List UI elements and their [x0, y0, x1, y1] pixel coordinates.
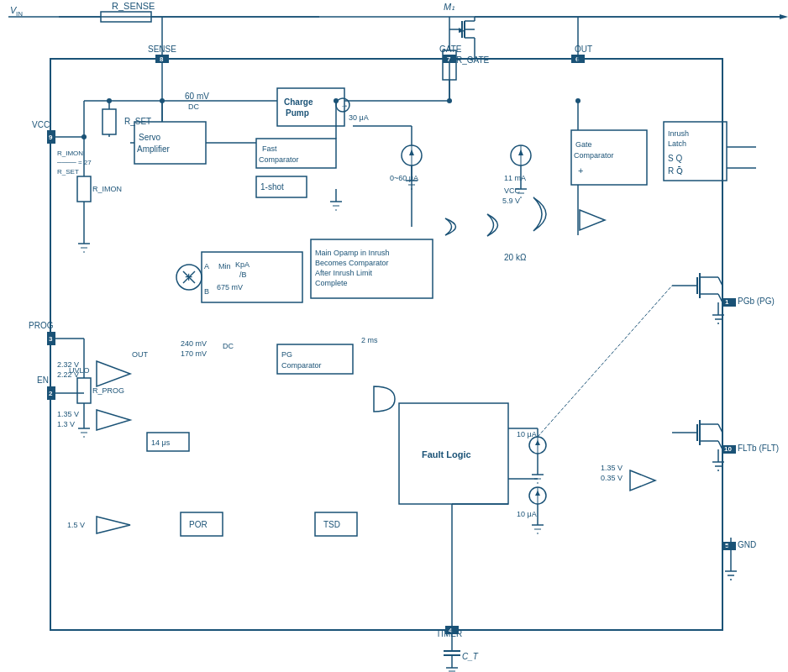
- pin10-label: 10: [724, 445, 732, 453]
- pin3-label: 3: [49, 335, 53, 343]
- svg-point-172: [160, 98, 165, 103]
- gate-label: GATE: [439, 45, 462, 54]
- servo-amp-label: Servo: [139, 133, 161, 142]
- oneshot-label: 1-shot: [260, 182, 284, 192]
- kpab-label: /B: [239, 270, 247, 279]
- pgb-label: PGb (PG): [738, 297, 775, 306]
- rimon-label: R_IMON: [92, 185, 122, 193]
- pin9-label: 9: [49, 134, 53, 141]
- ct-label: C_T: [462, 652, 479, 661]
- out-label: OUT: [575, 45, 592, 54]
- main-opamp-label4: Complete: [315, 279, 348, 287]
- svg-point-175: [334, 98, 339, 103]
- prog-label: PROG: [29, 321, 54, 330]
- pin1-label: 1: [725, 298, 729, 306]
- svg-text:IN: IN: [16, 10, 23, 18]
- circuit-diagram: V IN R_SENSE M₁ R_GATE SENSE 8 GATE 7 OU…: [0, 0, 788, 672]
- rgate-label: R_GATE: [456, 55, 490, 65]
- ms2-label: 2 ms: [361, 336, 378, 344]
- ua10-2-label: 10 μA: [517, 510, 537, 518]
- en-label: EN: [37, 375, 49, 385]
- v035-label: 0.35 V: [601, 474, 623, 482]
- vcc59-label2: 5.9 V: [502, 197, 520, 205]
- charge-pump-label: Charge: [284, 97, 313, 107]
- svg-text:+: +: [185, 270, 192, 284]
- v222-label: 2.22 V: [57, 370, 79, 379]
- fltb-label: FLTb (FLT): [738, 444, 779, 453]
- rprog-label: R_PROG: [92, 386, 124, 395]
- kw20-label: 20 kΩ: [504, 253, 527, 262]
- rimon-rset-label: R_IMON: [57, 150, 83, 157]
- fault-logic-label: Fault Logic: [422, 449, 471, 459]
- v135-label: 1.35 V: [57, 410, 79, 418]
- pin8-label: 8: [160, 55, 164, 63]
- main-opamp-label3: After Inrush Limit: [315, 269, 373, 277]
- gate-comp-label2: Comparator: [574, 151, 614, 160]
- svg-text:R   Q̄: R Q̄: [668, 166, 683, 176]
- pg-comp-label: PG: [281, 350, 292, 359]
- main-opamp-label2: Becomes Comparator: [315, 259, 389, 267]
- svg-text:S   Q: S Q: [668, 154, 682, 163]
- svg-point-174: [575, 98, 580, 103]
- us14-label: 14 μs: [151, 438, 171, 447]
- gate-comp-label: Gate: [575, 140, 592, 149]
- mv170-label: 170 mV: [181, 349, 207, 358]
- charge-pump-label2: Pump: [286, 108, 309, 118]
- rimon-rset-label2: ──── = 27: [56, 159, 92, 166]
- gnd-pin-label: GND: [738, 540, 756, 549]
- servo-amp-label2: Amplifier: [137, 144, 171, 154]
- v232-label: 2.32 V: [57, 360, 79, 369]
- fast-comp-label2: Comparator: [259, 155, 299, 164]
- a-label: A: [204, 262, 209, 270]
- mv240-label: 240 mV: [181, 339, 207, 348]
- svg-point-176: [81, 134, 87, 139]
- ma11-label: 11 mA: [504, 174, 526, 182]
- por-label: POR: [189, 520, 208, 529]
- pin7-label: 7: [447, 55, 451, 63]
- b-label: B: [204, 287, 209, 296]
- rimon-rset-label3: R_SET: [57, 168, 79, 176]
- rsense-label: R_SENSE: [112, 1, 155, 11]
- pg-comp-label2: Comparator: [281, 361, 322, 370]
- vcc-label: VCC: [32, 120, 50, 129]
- min-label: Min: [218, 262, 231, 270]
- m1-label: M₁: [444, 2, 454, 12]
- inrush-latch-label2: Latch: [668, 139, 686, 148]
- inrush-latch-label: Inrush: [668, 129, 689, 138]
- out-uvlo-label: OUT: [132, 350, 149, 359]
- ua10-1-label: 10 μA: [517, 430, 537, 438]
- dc-60mv-label: 60 mV: [185, 92, 209, 101]
- svg-point-173: [447, 98, 452, 103]
- dc2-label: DC: [223, 342, 234, 350]
- v13-label: 1.3 V: [57, 420, 75, 428]
- main-opamp-label: Main Opamp in Inrush: [315, 249, 390, 257]
- mv675-label: 675 mV: [217, 283, 243, 291]
- dc-label: DC: [188, 102, 199, 111]
- fast-comp-label: Fast: [262, 144, 277, 153]
- svg-point-177: [107, 98, 112, 103]
- ua30-label: 30 μA: [349, 113, 369, 122]
- svg-text:+: +: [578, 165, 583, 176]
- v15-label: 1.5 V: [67, 521, 85, 529]
- pin2-label: 2: [49, 390, 53, 397]
- svg-text:→: →: [340, 101, 349, 110]
- tsd-label: TSD: [323, 520, 340, 529]
- kpa-label: KpA: [235, 260, 250, 269]
- v135-035-label: 1.35 V: [601, 464, 623, 472]
